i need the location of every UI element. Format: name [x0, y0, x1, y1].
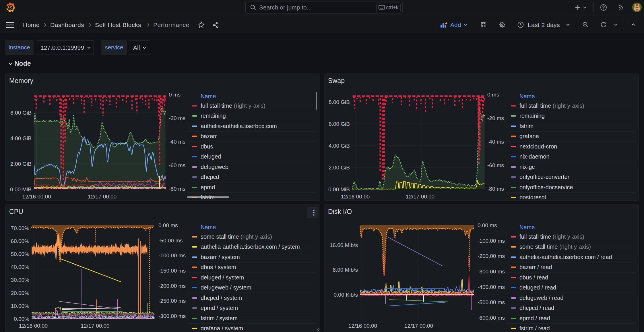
svg-text:12/16 00:00: 12/16 00:00 [348, 323, 377, 329]
svg-text:-100.00 ms: -100.00 ms [478, 238, 505, 244]
svg-text:8.00 GiB: 8.00 GiB [329, 99, 350, 105]
svg-text:8.00 Mib/s: 8.00 Mib/s [333, 267, 358, 273]
svg-text:12/16 00:00: 12/16 00:00 [19, 323, 48, 329]
svg-text:50.00%: 50.00% [11, 251, 30, 257]
svg-text:2.00 GiB: 2.00 GiB [10, 161, 32, 167]
svg-text:4.00 GiB: 4.00 GiB [10, 135, 32, 141]
svg-text:-20 ms: -20 ms [487, 115, 504, 121]
svg-text:12/17 00:00: 12/17 00:00 [406, 194, 434, 200]
svg-text:12/17 00:00: 12/17 00:00 [404, 323, 433, 329]
svg-text:-60 ms: -60 ms [487, 162, 504, 168]
svg-text:0.00 ms: 0.00 ms [478, 222, 497, 228]
svg-text:0.00 MiB: 0.00 MiB [10, 186, 32, 192]
svg-text:40.00%: 40.00% [11, 264, 30, 270]
svg-text:0.00%: 0.00% [14, 316, 29, 322]
svg-text:0.00 MiB: 0.00 MiB [328, 186, 350, 192]
svg-text:60.00%: 60.00% [11, 238, 30, 244]
svg-text:-200.00 ms: -200.00 ms [158, 283, 186, 289]
svg-text:12/17 00:00: 12/17 00:00 [88, 194, 117, 200]
svg-text:-80 ms: -80 ms [487, 186, 504, 192]
svg-text:-100.00 ms: -100.00 ms [158, 252, 186, 258]
svg-text:-20 ms: -20 ms [169, 115, 185, 121]
svg-text:-600.00 ms: -600.00 ms [478, 315, 505, 321]
svg-text:-50.00 ms: -50.00 ms [158, 238, 183, 244]
svg-text:-80 ms: -80 ms [169, 186, 185, 192]
svg-text:6.00 GiB: 6.00 GiB [329, 121, 350, 127]
svg-text:2.00 GiB: 2.00 GiB [329, 165, 350, 171]
svg-text:-400.00 ms: -400.00 ms [478, 284, 505, 290]
svg-text:-200.00 ms: -200.00 ms [478, 253, 505, 259]
svg-text:20.00%: 20.00% [11, 290, 30, 296]
svg-text:0 ms: 0 ms [487, 92, 499, 98]
svg-text:10.00%: 10.00% [11, 303, 30, 309]
svg-text:0 ms: 0 ms [169, 92, 181, 98]
svg-text:-40 ms: -40 ms [169, 139, 185, 145]
svg-text:0.00 ms: 0.00 ms [158, 222, 178, 228]
svg-text:6.00 GiB: 6.00 GiB [10, 110, 32, 116]
svg-text:-500.00 ms: -500.00 ms [478, 299, 505, 305]
svg-text:-250.00 ms: -250.00 ms [158, 298, 186, 304]
svg-text:-300.00 ms: -300.00 ms [158, 313, 186, 319]
svg-text:12/16 00:00: 12/16 00:00 [22, 194, 51, 200]
svg-text:12/16 00:00: 12/16 00:00 [341, 194, 370, 200]
svg-text:-40 ms: -40 ms [487, 139, 504, 145]
svg-text:4.00 GiB: 4.00 GiB [329, 143, 350, 149]
svg-text:-300.00 ms: -300.00 ms [478, 269, 505, 275]
svg-text:-60 ms: -60 ms [169, 162, 185, 168]
svg-text:12/17 00:00: 12/17 00:00 [81, 323, 109, 329]
svg-text:30.00%: 30.00% [11, 277, 30, 283]
svg-text:-150.00 ms: -150.00 ms [158, 268, 186, 274]
svg-text:0.00 Kib/s: 0.00 Kib/s [334, 292, 358, 298]
svg-text:70.00%: 70.00% [11, 225, 30, 231]
svg-text:16.00 Mib/s: 16.00 Mib/s [330, 242, 358, 248]
